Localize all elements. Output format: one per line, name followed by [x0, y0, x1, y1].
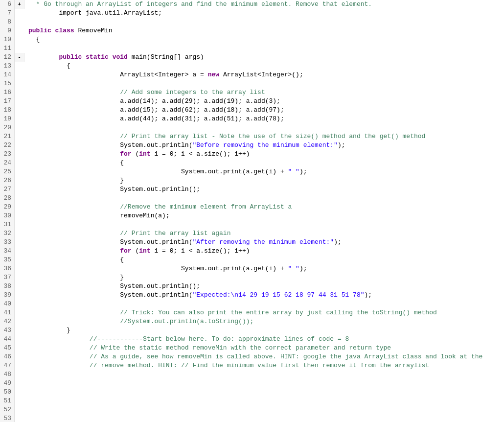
line-content[interactable]: [24, 405, 504, 414]
line-number: 14: [0, 70, 15, 79]
code-line: 18 a.add(15); a.add(62); a.add(18); a.ad…: [0, 106, 504, 115]
code-line: 9public class RemoveMin: [0, 26, 504, 35]
line-content[interactable]: [24, 370, 504, 379]
code-line: 41 // Trick: You can also print the enti…: [0, 308, 504, 317]
line-content[interactable]: }: [24, 176, 504, 185]
line-content[interactable]: // Print the array list again: [24, 229, 504, 238]
line-content[interactable]: [24, 44, 504, 53]
line-content[interactable]: public static void main(String[] args): [24, 53, 504, 62]
line-content[interactable]: * Go through an ArrayList of integers an…: [24, 0, 504, 9]
code-line: 6+ * Go through an ArrayList of integers…: [0, 0, 504, 9]
line-number: 48: [0, 370, 15, 379]
code-line: 46 // As a guide, see how removeMin is c…: [0, 352, 504, 361]
line-number: 30: [0, 211, 15, 220]
line-gutter[interactable]: +: [15, 0, 24, 9]
line-content[interactable]: [24, 379, 504, 388]
line-content[interactable]: //Remove the minimum element from ArrayL…: [24, 203, 504, 211]
line-number: 43: [0, 326, 15, 335]
line-content[interactable]: System.out.print(a.get(i) + " ");: [24, 167, 504, 176]
code-line: 48: [0, 370, 504, 379]
line-number: 29: [0, 203, 15, 211]
line-content[interactable]: System.out.println("Before removing the …: [24, 141, 504, 150]
code-line: 27 System.out.println();: [0, 185, 504, 194]
line-content[interactable]: {: [24, 256, 504, 264]
line-number: 12: [0, 53, 15, 62]
line-content[interactable]: System.out.println("After removing the m…: [24, 238, 504, 247]
line-content[interactable]: System.out.println();: [24, 282, 504, 291]
line-number: 19: [0, 115, 15, 123]
code-line: 53: [0, 414, 504, 422]
line-content[interactable]: a.add(15); a.add(62); a.add(18); a.add(9…: [24, 106, 504, 115]
line-number: 49: [0, 379, 15, 388]
line-gutter[interactable]: -: [15, 53, 24, 62]
line-content[interactable]: // Add some integers to the array list: [24, 88, 504, 97]
code-line: 39 System.out.println("Expected:\n14 29 …: [0, 291, 504, 300]
line-number: 46: [0, 352, 15, 361]
line-content[interactable]: a.add(44); a.add(31); a.add(51); a.add(7…: [24, 115, 504, 123]
line-number: 32: [0, 229, 15, 238]
line-content[interactable]: // remove method. HINT: // Find the mini…: [24, 361, 504, 370]
line-content[interactable]: a.add(14); a.add(29); a.add(19); a.add(3…: [24, 97, 504, 106]
line-content[interactable]: System.out.print(a.get(i) + " ");: [24, 264, 504, 273]
line-content[interactable]: removeMin(a);: [24, 211, 504, 220]
line-content[interactable]: [24, 123, 504, 132]
line-content[interactable]: [24, 397, 504, 405]
code-line: 11: [0, 44, 504, 53]
code-line: 52: [0, 405, 504, 414]
code-line: 26 }: [0, 176, 504, 185]
line-content[interactable]: //System.out.println(a.toString());: [24, 317, 504, 326]
line-number: 9: [0, 26, 15, 35]
line-content[interactable]: [24, 220, 504, 229]
line-content[interactable]: // Print the array list - Note the use o…: [24, 132, 504, 141]
code-line: 37 }: [0, 273, 504, 282]
line-content[interactable]: [24, 388, 504, 397]
line-content[interactable]: // As a guide, see how removeMin is call…: [24, 352, 504, 361]
line-number: 41: [0, 308, 15, 317]
line-content[interactable]: [24, 300, 504, 308]
code-line: 28: [0, 194, 504, 203]
line-content[interactable]: for (int i = 0; i < a.size(); i++): [24, 247, 504, 256]
line-content[interactable]: // Trick: You can also print the entire …: [24, 308, 504, 317]
code-line: 7 import java.util.ArrayList;: [0, 9, 504, 18]
code-line: 45 // Write the static method removeMin …: [0, 344, 504, 352]
line-content[interactable]: //------------Start below here. To do: a…: [24, 335, 504, 344]
line-content[interactable]: {: [24, 159, 504, 167]
line-number: 34: [0, 247, 15, 256]
code-line: 15: [0, 79, 504, 88]
code-line: 17 a.add(14); a.add(29); a.add(19); a.ad…: [0, 97, 504, 106]
line-content[interactable]: [24, 194, 504, 203]
line-number: 7: [0, 9, 15, 18]
code-line: 24 {: [0, 159, 504, 167]
line-number: 40: [0, 300, 15, 308]
line-content[interactable]: }: [24, 273, 504, 282]
line-content[interactable]: [24, 414, 504, 422]
line-number: 27: [0, 185, 15, 194]
line-content[interactable]: [24, 79, 504, 88]
code-line: 44 //------------Start below here. To do…: [0, 335, 504, 344]
line-number: 47: [0, 361, 15, 370]
line-number: 42: [0, 317, 15, 326]
line-content[interactable]: System.out.println("Expected:\n14 29 19 …: [24, 291, 504, 300]
line-content[interactable]: System.out.println();: [24, 185, 504, 194]
line-number: 11: [0, 44, 15, 53]
line-number: 51: [0, 397, 15, 405]
line-content[interactable]: // Write the static method removeMin wit…: [24, 344, 504, 352]
code-line: 23 for (int i = 0; i < a.size(); i++): [0, 150, 504, 159]
line-content[interactable]: public class RemoveMin: [24, 26, 504, 35]
line-number: 53: [0, 414, 15, 422]
code-editor: 6+ * Go through an ArrayList of integers…: [0, 0, 504, 422]
line-content[interactable]: {: [24, 62, 504, 70]
line-content[interactable]: [24, 18, 504, 26]
line-content[interactable]: }: [24, 326, 504, 335]
code-line: 51: [0, 397, 504, 405]
code-line: 32 // Print the array list again: [0, 229, 504, 238]
line-number: 20: [0, 123, 15, 132]
line-number: 17: [0, 97, 15, 106]
line-content[interactable]: ArrayList<Integer> a = new ArrayList<Int…: [24, 70, 504, 79]
line-content[interactable]: {: [24, 35, 504, 44]
line-number: 6: [0, 0, 15, 9]
line-content[interactable]: for (int i = 0; i < a.size(); i++): [24, 150, 504, 159]
line-number: 16: [0, 88, 15, 97]
line-number: 8: [0, 18, 15, 26]
line-content[interactable]: import java.util.ArrayList;: [24, 9, 504, 18]
